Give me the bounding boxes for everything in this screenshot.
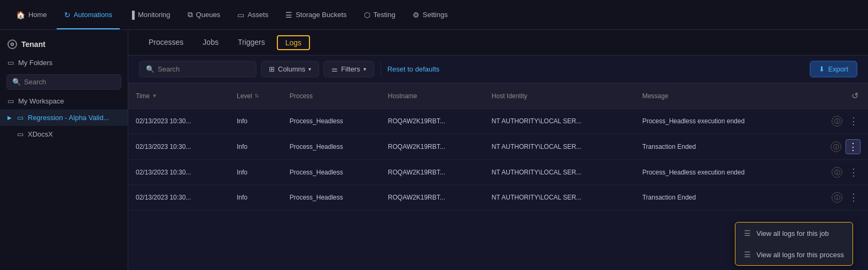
nav-testing[interactable]: ⬡ Testing bbox=[356, 0, 403, 29]
cell-host-identity: NT AUTHORITY\LOCAL SER... bbox=[484, 134, 635, 160]
more-options-button[interactable]: ⋮ bbox=[847, 114, 861, 128]
level-sort-icon: ⇅ bbox=[254, 93, 259, 99]
info-button[interactable]: ⓘ bbox=[832, 167, 842, 178]
settings-icon: ⚙ bbox=[413, 11, 420, 19]
cell-hostname: ROQAW2K19RBT... bbox=[381, 185, 484, 210]
view-job-logs-label: View all logs for this job bbox=[756, 229, 829, 237]
cell-actions: ⓘ⋮ bbox=[803, 185, 868, 210]
tab-processes-label: Processes bbox=[149, 38, 183, 46]
nav-home-label: Home bbox=[28, 11, 47, 19]
sidebar-my-folders[interactable]: ▭ My Folders bbox=[0, 54, 128, 71]
storage-icon: ☰ bbox=[285, 11, 292, 19]
cell-level: Info bbox=[229, 185, 282, 210]
cell-level: Info bbox=[229, 109, 282, 134]
refresh-button[interactable]: ↺ bbox=[849, 89, 861, 103]
tab-jobs[interactable]: Jobs bbox=[193, 30, 228, 55]
more-options-button[interactable]: ⋮ bbox=[846, 139, 861, 154]
sidebar-search[interactable]: 🔍 Search bbox=[6, 74, 121, 90]
sidebar-item-xdocsx[interactable]: ▭ XDocsX bbox=[0, 126, 128, 142]
cell-time: 02/13/2023 10:30... bbox=[128, 185, 229, 210]
cell-message: Process_Headless execution ended bbox=[635, 160, 804, 185]
info-button[interactable]: ⓘ bbox=[832, 192, 842, 203]
tab-jobs-label: Jobs bbox=[203, 38, 219, 46]
nav-queues[interactable]: ⧉ Queues bbox=[180, 0, 228, 29]
nav-settings-label: Settings bbox=[423, 11, 448, 19]
toolbar: 🔍 Search ⊞ Columns ▾ ⚌ Filters ▾ Reset t… bbox=[128, 55, 868, 83]
sidebar-item-regression[interactable]: ▶ ▭ Regression - Alpha Valid... bbox=[0, 109, 128, 126]
xdocsx-label: XDocsX bbox=[28, 130, 53, 138]
export-label: Export bbox=[828, 65, 848, 73]
nav-automations[interactable]: ↻ Automations bbox=[57, 0, 120, 29]
cell-level: Info bbox=[229, 134, 282, 160]
view-process-logs-label: View all logs for this process bbox=[756, 251, 844, 259]
workspace-folder-icon: ▭ bbox=[7, 97, 14, 105]
col-time[interactable]: Time ▼ bbox=[128, 83, 229, 109]
filters-label: Filters bbox=[341, 65, 360, 73]
xdocsx-folder-icon: ▭ bbox=[17, 130, 24, 138]
cell-process: Process_Headless bbox=[282, 160, 381, 185]
sidebar-tenant[interactable]: ⊙ Tenant bbox=[0, 34, 128, 54]
cell-host-identity: NT AUTHORITY\LOCAL SER... bbox=[484, 185, 635, 210]
nav-assets-label: Assets bbox=[247, 11, 268, 19]
toolbar-separator bbox=[381, 62, 381, 77]
job-logs-icon: ☰ bbox=[744, 229, 751, 237]
columns-label: Columns bbox=[278, 65, 305, 73]
nav-automations-label: Automations bbox=[74, 11, 112, 19]
filters-icon: ⚌ bbox=[331, 65, 338, 73]
log-table: Time ▼ Level ⇅ Process bbox=[128, 83, 868, 210]
regression-label: Regression - Alpha Valid... bbox=[28, 114, 109, 122]
cell-message: Transaction Ended bbox=[635, 134, 804, 160]
queues-icon: ⧉ bbox=[188, 10, 193, 19]
sidebar-search-placeholder: Search bbox=[24, 78, 46, 86]
arrow-right-icon: ▶ bbox=[7, 115, 12, 121]
columns-button[interactable]: ⊞ Columns ▾ bbox=[261, 61, 319, 77]
automations-icon: ↻ bbox=[64, 11, 71, 19]
info-button[interactable]: ⓘ bbox=[832, 116, 842, 126]
tenant-icon: ⊙ bbox=[7, 39, 17, 49]
table-row: 02/13/2023 10:30...InfoProcess_HeadlessR… bbox=[128, 134, 868, 160]
info-button[interactable]: ⓘ bbox=[831, 141, 841, 152]
filters-button[interactable]: ⚌ Filters ▾ bbox=[323, 61, 374, 77]
tab-triggers[interactable]: Triggers bbox=[228, 30, 275, 55]
menu-view-process-logs[interactable]: ☰ View all logs for this process bbox=[735, 244, 852, 265]
toolbar-search-box[interactable]: 🔍 Search bbox=[139, 61, 257, 77]
toolbar-search-icon: 🔍 bbox=[146, 65, 154, 73]
nav-testing-label: Testing bbox=[374, 11, 396, 19]
tenant-label: Tenant bbox=[21, 40, 45, 49]
time-sort-icon: ▼ bbox=[152, 93, 157, 99]
table-row: 02/13/2023 10:30...InfoProcess_HeadlessR… bbox=[128, 160, 868, 185]
cell-time: 02/13/2023 10:30... bbox=[128, 134, 229, 160]
assets-icon: ▭ bbox=[237, 11, 244, 19]
col-level[interactable]: Level ⇅ bbox=[229, 83, 282, 109]
nav-assets[interactable]: ▭ Assets bbox=[230, 0, 276, 29]
my-workspace-label: My Workspace bbox=[18, 97, 64, 105]
col-message: Message bbox=[635, 83, 804, 109]
monitoring-icon: ▐ bbox=[129, 11, 135, 19]
columns-chevron-icon: ▾ bbox=[308, 66, 311, 72]
content-area: Processes Jobs Triggers Logs 🔍 Search ⊞ … bbox=[128, 30, 868, 270]
menu-view-job-logs[interactable]: ☰ View all logs for this job bbox=[735, 223, 852, 244]
tab-processes[interactable]: Processes bbox=[139, 30, 193, 55]
nav-monitoring[interactable]: ▐ Monitoring bbox=[122, 0, 178, 29]
cell-process: Process_Headless bbox=[282, 134, 381, 160]
nav-storage-label: Storage Buckets bbox=[296, 11, 346, 19]
col-actions[interactable]: ↺ bbox=[803, 83, 868, 109]
nav-settings[interactable]: ⚙ Settings bbox=[405, 0, 455, 29]
sidebar-item-my-workspace[interactable]: ▭ My Workspace bbox=[0, 93, 128, 109]
reset-defaults-button[interactable]: Reset to defaults bbox=[387, 65, 440, 73]
nav-items: 🏠 Home ↻ Automations ▐ Monitoring ⧉ Queu… bbox=[9, 0, 455, 29]
more-options-button[interactable]: ⋮ bbox=[847, 165, 861, 179]
cell-level: Info bbox=[229, 160, 282, 185]
cell-hostname: ROQAW2K19RBT... bbox=[381, 160, 484, 185]
search-icon: 🔍 bbox=[12, 78, 21, 86]
nav-queues-label: Queues bbox=[196, 11, 221, 19]
cell-process: Process_Headless bbox=[282, 109, 381, 134]
export-button[interactable]: ⬇ Export bbox=[810, 61, 857, 77]
cell-time: 02/13/2023 10:30... bbox=[128, 109, 229, 134]
tab-logs[interactable]: Logs bbox=[277, 35, 310, 50]
table-row: 02/13/2023 10:30...InfoProcess_HeadlessR… bbox=[128, 109, 868, 134]
more-options-button[interactable]: ⋮ bbox=[847, 190, 861, 204]
nav-storage-buckets[interactable]: ☰ Storage Buckets bbox=[278, 0, 354, 29]
nav-home[interactable]: 🏠 Home bbox=[9, 0, 55, 29]
main-layout: ⊙ Tenant ▭ My Folders 🔍 Search ▭ My Work… bbox=[0, 30, 868, 270]
